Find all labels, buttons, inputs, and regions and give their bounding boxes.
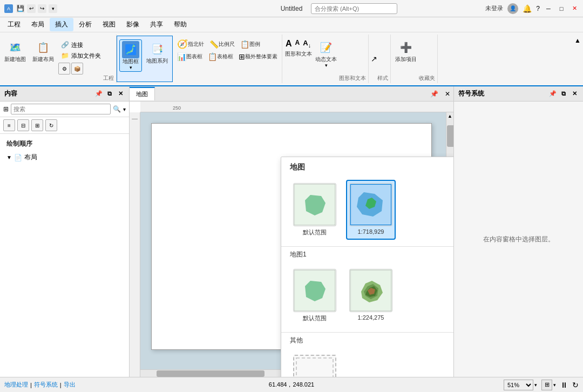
popup-item-default-range[interactable]: 默认范围	[290, 180, 340, 240]
font-larger-icon: A	[286, 39, 292, 49]
menu-shitu[interactable]: 视图	[97, 18, 121, 31]
add-folder-button[interactable]: 📁 添加文件夹	[58, 51, 103, 60]
connect-label: 连接	[71, 41, 83, 49]
popup-label-scale2: 1:224,275	[358, 314, 384, 321]
popup-item-scale2[interactable]: 1:224,275	[346, 266, 396, 326]
help-icon[interactable]: ?	[536, 5, 540, 12]
geo-processing-link[interactable]: 地理处理	[4, 381, 28, 389]
panel-pin-button[interactable]: 📌	[94, 90, 103, 98]
popup-section3-items: <无>	[281, 347, 453, 377]
window-title: Untitled	[281, 5, 303, 12]
scroll-thumb-v[interactable]	[447, 125, 453, 147]
symbol-panel-close-btn[interactable]: ✕	[570, 90, 579, 98]
panel-close-button[interactable]: ✕	[116, 90, 125, 98]
map-series-button[interactable]: 📑 地图系列	[144, 39, 170, 65]
symbol-system-link[interactable]: 符号系统	[34, 381, 58, 389]
popup-item-map1-default[interactable]: 默认范围	[290, 266, 340, 326]
search-dropdown-arrow[interactable]: ▾	[123, 106, 126, 112]
center-area: 地图 📌 ✕ 250 │ ▲	[130, 86, 453, 377]
map-frame-button[interactable]: 🗾 地图框 ▾	[119, 39, 142, 72]
north-arrow-button[interactable]: 🧭 指北针	[175, 38, 206, 50]
map-tab-layout[interactable]: 地图	[130, 87, 155, 100]
ribbon-collapse-btn[interactable]: ▲	[572, 35, 583, 83]
titlebar: A 💾 ↩ ↪ ▾ Untitled 未登录 👤 🔔 ? ─ □ ✕	[0, 0, 583, 17]
font-larger-button[interactable]: A	[284, 38, 293, 50]
save-icon[interactable]: 💾	[16, 4, 25, 13]
panel-float-button[interactable]: ⧉	[105, 90, 114, 98]
menu-yingxiang[interactable]: 影像	[121, 18, 145, 31]
font-smaller-button[interactable]: A	[294, 38, 301, 50]
zoom-select[interactable]: 51% 25% 50% 75% 100%	[504, 380, 533, 390]
symbol-panel-pin-btn[interactable]: 📌	[548, 90, 557, 98]
statusbar-right: 51% 25% 50% 75% 100% ▾ ⊞ ▾ ⏸ ↻	[504, 380, 579, 390]
menu-charu[interactable]: 插入	[50, 18, 73, 31]
zoom-dropdown-btn[interactable]: ▾	[534, 382, 537, 388]
bell-icon[interactable]: 🔔	[523, 4, 532, 13]
popup-section2-title: 地图1	[281, 246, 453, 261]
tab-pin-btn[interactable]: 📌	[427, 90, 442, 98]
menu-fenxi[interactable]: 分析	[73, 18, 97, 31]
grid-btn[interactable]: ⊞	[31, 119, 43, 131]
ribbon-group-title-gongcheng: 工程	[103, 72, 114, 82]
refresh-btn[interactable]: ↻	[45, 119, 57, 131]
dynamic-text-button[interactable]: 📝 动态文本 ▾	[313, 38, 339, 69]
symbol-panel-float-btn[interactable]: ⧉	[559, 90, 568, 98]
menu-bangzhu[interactable]: 帮助	[168, 18, 192, 31]
list-view-btn[interactable]: ≡	[3, 119, 15, 131]
redo-icon[interactable]: ↪	[38, 4, 46, 13]
tool-btn-2[interactable]: 📦	[71, 63, 83, 75]
content-panel-body: 绘制顺序 ▼ 📄 布局	[0, 134, 129, 377]
global-search-input[interactable]	[311, 3, 397, 14]
chart-frame-button[interactable]: 📊 图表框	[175, 51, 205, 62]
table-frame-icon: 📋	[208, 52, 217, 61]
tab-close-btn[interactable]: ✕	[442, 90, 453, 98]
scale-bar-button[interactable]: 📏 比例尺	[207, 38, 237, 50]
table-frame-button[interactable]: 📋 表格框	[206, 51, 235, 62]
grid-view-btn[interactable]: ⊞	[541, 380, 552, 390]
popup-item-scale1[interactable]: 1:718,929	[346, 180, 396, 240]
search-icon[interactable]: 🔍	[113, 105, 121, 113]
more-icon[interactable]: ▾	[49, 4, 57, 13]
content-search-input[interactable]	[11, 104, 111, 114]
add-folder-icon: 📁	[60, 51, 69, 60]
undo-icon[interactable]: ↩	[27, 4, 36, 13]
view-dropdown-btn[interactable]: ▾	[553, 382, 556, 388]
export-link[interactable]: 导出	[64, 381, 76, 389]
ribbon-group-title-favorites: 收藏夹	[419, 72, 435, 82]
popup-thumb-scale2	[349, 269, 392, 312]
new-layout-button[interactable]: 📋 新建布局	[30, 38, 56, 64]
symbol-system-panel: 符号系统 📌 ⧉ ✕ 在内容窗格中选择图层。	[453, 86, 583, 377]
ribbon-group-gongcheng: 🗺️ 新建地图 📋 新建布局 🔗 连接 📁 添加文件夹 ⚙ 📦	[0, 35, 117, 83]
content-search-bar: ⊞ 🔍 ▾	[0, 102, 129, 117]
popup-label-map1-default: 默认范围	[303, 314, 327, 322]
maximize-button[interactable]: □	[557, 4, 566, 13]
close-button[interactable]: ✕	[570, 4, 579, 13]
ribbon-group-text: A A A↓ 图形和文本 📝 动态文本 ▾ 图形和文本	[282, 35, 369, 83]
menu-gongcheng[interactable]: 工程	[2, 18, 26, 31]
new-map-button[interactable]: 🗺️ 新建地图	[2, 38, 28, 64]
user-avatar[interactable]: 👤	[507, 3, 518, 14]
extra-elements-button[interactable]: ⊞ 额外整体要素	[236, 51, 280, 62]
scroll-up-arrow[interactable]: ▲	[446, 112, 453, 120]
svg-rect-8	[294, 356, 335, 377]
scroll-thumb-h[interactable]	[157, 370, 265, 377]
menu-buju[interactable]: 布局	[26, 18, 50, 31]
tool-btn-1[interactable]: ⚙	[58, 63, 70, 75]
map-frame-dropdown-arrow[interactable]: ▾	[130, 65, 132, 70]
coords-display: 61.484，248.021	[269, 381, 314, 389]
expand-style-arrow[interactable]: ↗	[371, 55, 377, 63]
legend-button[interactable]: 📋 图例	[238, 38, 262, 50]
menu-gongxiang[interactable]: 共享	[145, 18, 168, 31]
options-btn[interactable]: ⊟	[17, 119, 29, 131]
tree-item-layout[interactable]: ▼ 📄 布局	[2, 152, 127, 163]
minimize-button[interactable]: ─	[544, 4, 553, 13]
popup-item-none[interactable]: <无>	[290, 352, 340, 377]
connect-button[interactable]: 🔗 连接	[58, 40, 103, 50]
refresh-btn[interactable]: ↻	[572, 381, 579, 389]
add-item-button[interactable]: ➕ 添加项目	[393, 38, 419, 64]
user-label[interactable]: 未登录	[485, 4, 503, 12]
pause-btn[interactable]: ⏸	[560, 381, 568, 389]
font-subscript-button[interactable]: A↓	[302, 38, 312, 50]
ruler-left-marks: │	[132, 118, 138, 121]
dynamic-text-arrow[interactable]: ▾	[325, 63, 328, 68]
